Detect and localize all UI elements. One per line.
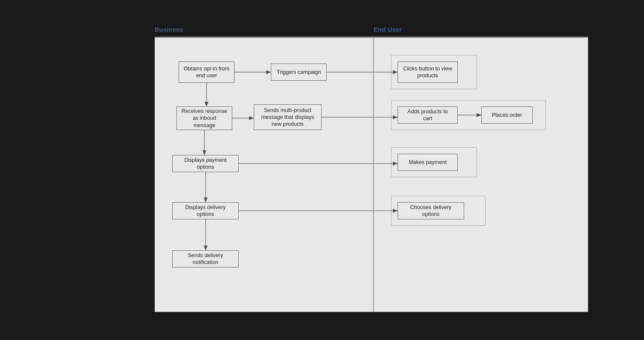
box-clicks: Clicks button to view products [398, 61, 458, 83]
enduser-swimlane: End User Clicks button to view products … [374, 26, 588, 312]
lanes-wrapper: Business Obtains opt-in from end user Tr… [155, 26, 588, 312]
box-obtains: Obtains opt-in from end user [179, 61, 234, 83]
business-header: Business [155, 26, 374, 37]
box-triggers: Triggers campaign [271, 64, 327, 81]
box-places: Places order [481, 106, 533, 124]
business-body: Obtains opt-in from end user Triggers ca… [155, 37, 374, 312]
box-displays-payment: Displays payment options [172, 155, 239, 172]
box-displays-delivery: Displays delivery options [172, 202, 239, 219]
box-adds: Adds products to cart [398, 106, 458, 124]
business-swimlane: Business Obtains opt-in from end user Tr… [155, 26, 374, 312]
box-sends-multi: Sends multi-product message that display… [254, 104, 322, 130]
enduser-header: End User [374, 26, 588, 37]
box-sends-delivery: Sends delivery notification [172, 250, 239, 267]
box-receives: Receives response as inboud message [176, 106, 232, 130]
box-makes-payment: Makes payment [398, 154, 458, 171]
enduser-body: Clicks button to view products Adds prod… [374, 37, 588, 312]
diagram-container: Business Obtains opt-in from end user Tr… [0, 0, 644, 340]
box-chooses: Chooses delivery options [398, 202, 464, 219]
